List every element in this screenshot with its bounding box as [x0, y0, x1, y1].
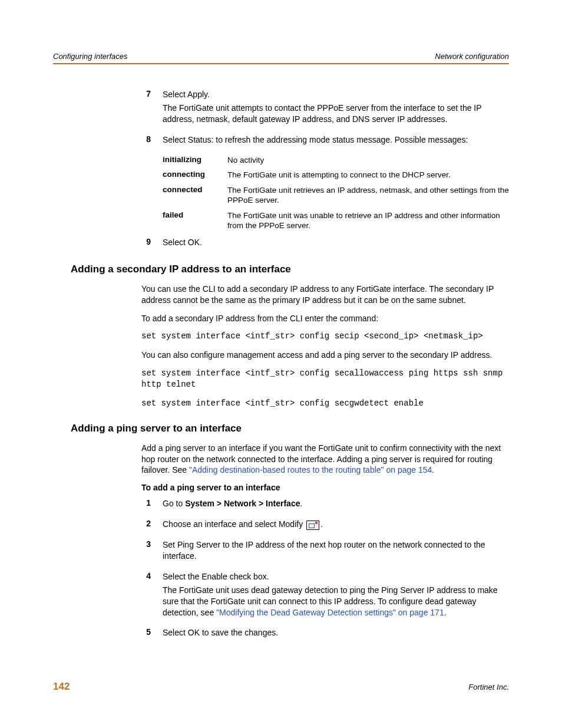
step-number: 2 — [141, 519, 163, 532]
status-row: initializing No activity — [163, 155, 509, 166]
header-left: Configuring interfaces — [53, 52, 127, 61]
status-desc: The FortiGate unit retrieves an IP addre… — [227, 185, 509, 206]
text: . — [320, 519, 323, 529]
sub-heading: To add a ping server to an interface — [141, 483, 509, 492]
step-body: Select OK to save the changes. — [163, 627, 509, 641]
step-body: Choose an interface and select Modify . — [163, 519, 509, 532]
step-number: 4 — [141, 571, 163, 621]
paragraph: You can also configure management access… — [141, 350, 509, 361]
paragraph: You can use the CLI to add a secondary I… — [141, 284, 509, 306]
header-right: Network configuration — [435, 52, 509, 61]
text: . — [300, 499, 302, 508]
step-body: Select the Enable check box. The FortiGa… — [163, 571, 509, 621]
nav-path: System > Network > Interface — [185, 499, 300, 508]
section-heading: Adding a ping server to an interface — [71, 423, 509, 434]
status-label: connecting — [163, 170, 227, 180]
step-text: Select OK. — [163, 237, 509, 248]
step-number: 7 — [141, 89, 163, 127]
text: . — [444, 608, 447, 617]
status-desc: No activity — [227, 155, 509, 166]
status-row: connected The FortiGate unit retrieves a… — [163, 185, 509, 206]
page-number: 142 — [53, 681, 70, 693]
step-number: 9 — [141, 237, 163, 251]
step-text: Set Ping Server to the IP address of the… — [163, 539, 509, 562]
status-desc: The FortiGate unit is attempting to conn… — [227, 170, 509, 180]
step-body: Go to System > Network > Interface. — [163, 498, 509, 512]
step-2: 2 Choose an interface and select Modify … — [141, 519, 509, 532]
step-text: Select Status: to refresh the addressing… — [163, 134, 509, 146]
main-content: 7 Select Apply. The FortiGate unit attem… — [53, 89, 509, 641]
code-block: set system interface <intf_str> config s… — [141, 398, 509, 410]
step-body: Select Apply. The FortiGate unit attempt… — [163, 89, 509, 127]
step-body: Select OK. — [163, 237, 509, 251]
status-row: failed The FortiGate unit was unable to … — [163, 210, 509, 231]
status-desc: The FortiGate unit was unable to retriev… — [227, 210, 509, 231]
step-8: 8 Select Status: to refresh the addressi… — [141, 134, 509, 148]
link-text[interactable]: "Adding destination-based routes to the … — [189, 465, 432, 475]
step-text: Go to System > Network > Interface. — [163, 498, 509, 509]
page-header: Configuring interfaces Network configura… — [53, 52, 509, 64]
step-number: 8 — [141, 134, 163, 148]
modify-icon — [306, 521, 319, 530]
code-block: set system interface <intf_str> config s… — [141, 331, 509, 342]
step-number: 1 — [141, 498, 163, 512]
text: . — [432, 465, 434, 475]
step-text: Choose an interface and select Modify . — [163, 519, 509, 530]
step-5: 5 Select OK to save the changes. — [141, 627, 509, 641]
step-text: Select the Enable check box. — [163, 571, 509, 582]
footer-brand: Fortinet Inc. — [468, 683, 509, 691]
step-text: Select OK to save the changes. — [163, 627, 509, 638]
link-text[interactable]: "Modifying the Dead Gateway Detection se… — [216, 608, 444, 617]
step-text: The FortiGate unit attempts to contact t… — [163, 103, 509, 125]
step-text: Select Apply. — [163, 89, 509, 100]
step-body: Select Status: to refresh the addressing… — [163, 134, 509, 148]
code-block: set system interface <intf_str> config s… — [141, 368, 509, 391]
step-4: 4 Select the Enable check box. The Forti… — [141, 571, 509, 621]
status-row: connecting The FortiGate unit is attempt… — [163, 170, 509, 180]
status-label: failed — [163, 210, 227, 231]
step-1: 1 Go to System > Network > Interface. — [141, 498, 509, 512]
step-7: 7 Select Apply. The FortiGate unit attem… — [141, 89, 509, 127]
step-text: The FortiGate unit uses dead gateway det… — [163, 585, 509, 618]
page-footer: 142 Fortinet Inc. — [53, 681, 509, 693]
paragraph: To add a secondary IP address from the C… — [141, 313, 509, 324]
step-body: Set Ping Server to the IP address of the… — [163, 539, 509, 564]
status-label: initializing — [163, 155, 227, 166]
step-9: 9 Select OK. — [141, 237, 509, 251]
step-number: 5 — [141, 627, 163, 641]
section-heading: Adding a secondary IP address to an inte… — [71, 263, 509, 275]
text: Choose an interface and select Modify — [163, 519, 305, 529]
step-3: 3 Set Ping Server to the IP address of t… — [141, 539, 509, 564]
text: Go to — [163, 499, 185, 508]
step-number: 3 — [141, 539, 163, 564]
status-table: initializing No activity connecting The … — [163, 155, 509, 231]
paragraph: Add a ping server to an interface if you… — [141, 443, 509, 476]
status-label: connected — [163, 185, 227, 206]
